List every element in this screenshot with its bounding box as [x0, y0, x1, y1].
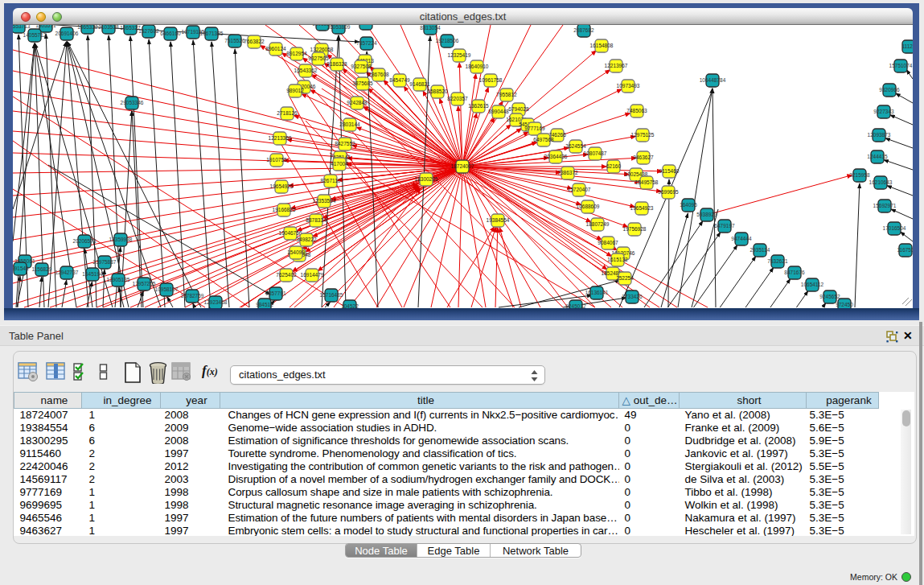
svg-text:8454749: 8454749	[389, 77, 410, 83]
svg-text:19384554: 19384554	[487, 217, 510, 223]
svg-text:7663822: 7663822	[244, 39, 265, 44]
svg-text:16154808: 16154808	[590, 43, 614, 48]
svg-text:62160: 62160	[606, 163, 621, 169]
svg-text:154099: 154099	[287, 249, 305, 255]
svg-text:7625402: 7625402	[276, 272, 297, 278]
svg-text:10961758: 10961758	[479, 77, 503, 83]
svg-text:12093873: 12093873	[868, 132, 891, 138]
svg-text:8912954: 8912954	[286, 51, 307, 56]
svg-text:6466160: 6466160	[160, 31, 181, 36]
svg-text:2867608: 2867608	[368, 72, 389, 77]
svg-text:6794028: 6794028	[508, 106, 529, 112]
svg-text:12975125: 12975125	[631, 132, 655, 138]
svg-text:5938923: 5938923	[696, 212, 717, 217]
svg-text:7515526: 7515526	[224, 38, 245, 43]
svg-text:9115460: 9115460	[659, 168, 680, 174]
svg-text:20206573: 20206573	[73, 238, 97, 244]
svg-text:15751074: 15751074	[889, 63, 913, 68]
svg-text:7485063: 7485063	[626, 108, 647, 113]
svg-text:7857224: 7857224	[356, 40, 377, 46]
svg-text:9146821: 9146821	[409, 81, 430, 87]
svg-text:10671385: 10671385	[200, 31, 224, 36]
svg-text:2103538: 2103538	[98, 25, 119, 30]
svg-text:1615132: 1615132	[607, 257, 628, 262]
svg-text:9320966: 9320966	[879, 87, 900, 93]
svg-text:19218506: 19218506	[436, 38, 459, 43]
svg-text:16053809: 16053809	[327, 25, 351, 30]
svg-text:1065332: 1065332	[77, 25, 98, 30]
svg-text:19654925: 19654925	[270, 183, 294, 189]
svg-text:17359938: 17359938	[109, 237, 133, 242]
svg-text:8267110: 8267110	[321, 178, 341, 183]
svg-text:17957255: 17957255	[133, 281, 156, 286]
svg-text:12213369: 12213369	[269, 135, 292, 141]
svg-text:20364436: 20364436	[544, 154, 568, 159]
svg-text:15716485: 15716485	[320, 292, 343, 298]
svg-text:252254: 252254	[616, 275, 634, 281]
svg-text:10046756: 10046756	[279, 230, 302, 236]
svg-text:8990448: 8990448	[488, 109, 509, 114]
svg-text:12213967: 12213967	[605, 63, 628, 68]
svg-text:20553713: 20553713	[13, 25, 31, 29]
svg-text:10654112: 10654112	[801, 282, 824, 287]
svg-text:8813054: 8813054	[420, 25, 441, 31]
svg-text:19654923: 19654923	[630, 205, 654, 211]
svg-text:9327508: 9327508	[351, 64, 372, 69]
svg-text:8960124: 8960124	[265, 46, 286, 51]
svg-text:9327505: 9327505	[308, 56, 329, 61]
svg-text:16136141: 16136141	[585, 290, 609, 295]
svg-text:29053346: 29053346	[121, 100, 144, 105]
svg-text:10958107: 10958107	[155, 286, 179, 292]
svg-text:3215958: 3215958	[849, 172, 870, 178]
svg-text:23975887: 23975887	[93, 259, 117, 265]
svg-text:12923468: 12923468	[204, 299, 228, 305]
svg-text:8878334: 8878334	[306, 217, 326, 223]
svg-text:9699695: 9699695	[658, 189, 679, 195]
svg-text:1527602: 1527602	[138, 28, 159, 34]
svg-text:391541: 391541	[13, 266, 29, 271]
svg-text:19166825: 19166825	[273, 207, 296, 212]
svg-text:16543362: 16543362	[294, 68, 318, 73]
svg-text:1910755: 1910755	[266, 157, 287, 163]
svg-text:2803144: 2803144	[339, 122, 360, 127]
svg-text:16782759: 16782759	[181, 293, 204, 299]
svg-text:14055712: 14055712	[23, 32, 47, 38]
svg-text:3624554: 3624554	[565, 143, 586, 149]
svg-text:19756928: 19756928	[623, 226, 647, 232]
svg-text:1362615: 1362615	[468, 103, 489, 109]
svg-text:15692971: 15692971	[873, 203, 897, 208]
svg-text:9463627: 9463627	[633, 154, 654, 160]
svg-text:17016504: 17016504	[883, 225, 906, 231]
svg-text:1156829: 1156829	[32, 266, 52, 272]
svg-text:1244415: 1244415	[867, 154, 888, 159]
svg-text:16914479: 16914479	[301, 272, 324, 278]
svg-text:984512: 984512	[256, 302, 273, 307]
svg-text:116753: 116753	[897, 247, 913, 253]
svg-text:9242848: 9242848	[347, 100, 368, 105]
svg-text:7386372: 7386372	[557, 170, 578, 175]
svg-text:10973493: 10973493	[617, 83, 640, 89]
svg-text:12353594: 12353594	[313, 198, 336, 204]
svg-text:12942737: 12942737	[55, 270, 79, 275]
svg-text:104331: 104331	[357, 25, 375, 26]
svg-text:8427552: 8427552	[335, 141, 355, 146]
svg-text:9777169: 9777169	[524, 126, 545, 131]
svg-text:11123: 11123	[901, 43, 913, 49]
svg-text:20691406: 20691406	[55, 31, 79, 36]
svg-text:9245652: 9245652	[819, 294, 840, 299]
svg-text:2935114: 2935114	[750, 247, 770, 253]
svg-text:10688609: 10688609	[577, 204, 600, 209]
svg-text:10807487: 10807487	[584, 150, 607, 156]
svg-text:9857791: 9857791	[265, 290, 286, 296]
svg-text:9084067: 9084067	[598, 240, 618, 245]
svg-text:106448784: 106448784	[700, 77, 726, 83]
svg-text:18300295: 18300295	[415, 176, 438, 182]
svg-text:6479197: 6479197	[714, 223, 735, 229]
svg-text:18640910: 18640910	[466, 64, 489, 69]
svg-text:1905571: 1905571	[35, 25, 56, 28]
svg-text:3498222: 3498222	[296, 237, 317, 242]
svg-text:989012: 989012	[286, 88, 304, 93]
svg-text:12325419: 12325419	[448, 52, 471, 58]
svg-text:1645194: 1645194	[82, 271, 103, 277]
svg-text:7632621: 7632621	[767, 258, 788, 264]
